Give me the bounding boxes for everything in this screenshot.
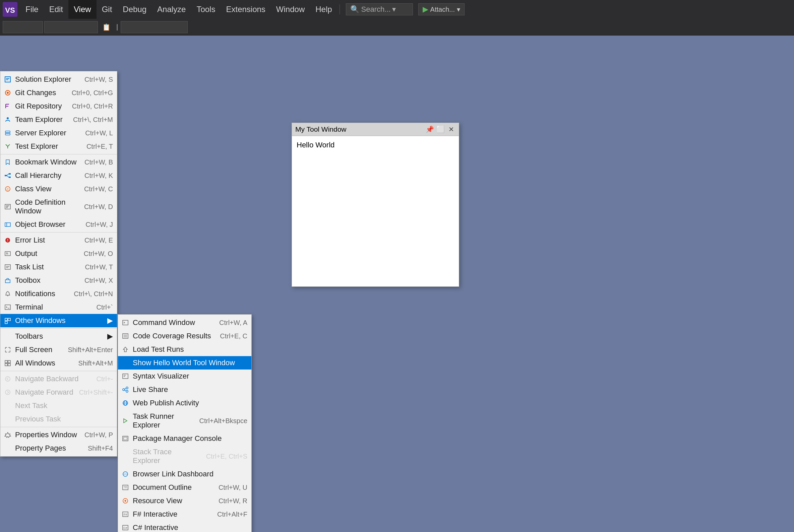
stack-trace-icon	[121, 452, 130, 460]
svg-point-55	[126, 390, 128, 392]
class-view-label: Class View	[15, 185, 79, 193]
menu-item-properties-window[interactable]: Properties Window Ctrl+W, P	[0, 428, 117, 441]
separator-5	[0, 427, 117, 427]
menu-item-all-windows[interactable]: All Windows Shift+Alt+M	[0, 357, 117, 370]
menu-item-notifications[interactable]: Notifications Ctrl+\, Ctrl+N	[0, 287, 117, 301]
menu-file[interactable]: File	[20, 0, 44, 19]
submenu-item-fsharp-interactive[interactable]: F# F# Interactive Ctrl+Alt+F	[118, 508, 252, 521]
svg-rect-36	[5, 318, 7, 321]
submenu-item-csharp-interactive[interactable]: C# C# Interactive	[118, 521, 252, 532]
menu-git[interactable]: Git	[96, 0, 118, 19]
menu-view[interactable]: View	[68, 0, 96, 19]
menu-analyze[interactable]: Analyze	[152, 0, 191, 19]
tool-window-title-text: My Tool Window	[295, 125, 347, 133]
notifications-shortcut: Ctrl+\, Ctrl+N	[74, 290, 113, 298]
menu-item-toolbox[interactable]: Toolbox Ctrl+W, X	[0, 274, 117, 287]
svg-rect-62	[124, 437, 127, 440]
menu-item-class-view[interactable]: C Class View Ctrl+W, C	[0, 182, 117, 196]
server-explorer-icon	[3, 129, 13, 137]
code-coverage-shortcut: Ctrl+E, C	[220, 332, 247, 340]
tool-window-pin-button[interactable]: 📌	[425, 125, 434, 134]
git-changes-icon	[3, 89, 13, 97]
submenu-item-resource-view[interactable]: Resource View Ctrl+W, R	[118, 494, 252, 508]
separator-3	[0, 328, 117, 329]
csharp-interactive-label: C# Interactive	[133, 523, 242, 532]
menu-item-toolbars[interactable]: Toolbars ▶	[0, 330, 117, 343]
menu-item-call-hierarchy[interactable]: Call Hierarchy Ctrl+W, K	[0, 169, 117, 182]
package-manager-icon	[121, 435, 130, 442]
tool-window-close-button[interactable]: ✕	[447, 125, 456, 134]
submenu-item-syntax-visualizer[interactable]: Syntax Visualizer	[118, 369, 252, 383]
menu-item-team-explorer[interactable]: Team Explorer Ctrl+\, Ctrl+M	[0, 113, 117, 126]
terminal-shortcut: Ctrl+`	[96, 304, 113, 311]
solution-config-dropdown[interactable]	[121, 21, 188, 33]
output-icon	[3, 250, 13, 258]
menu-debug[interactable]: Debug	[117, 0, 152, 19]
menu-window[interactable]: Window	[271, 0, 310, 19]
menu-item-object-browser[interactable]: Object Browser Ctrl+W, J	[0, 218, 117, 231]
app-logo: VS	[3, 2, 17, 17]
code-definition-shortcut: Ctrl+W, D	[84, 203, 113, 211]
toolbar-icon-btn[interactable]: 📋	[99, 21, 114, 34]
syntax-visualizer-label: Syntax Visualizer	[133, 372, 242, 381]
search-bar[interactable]: 🔍 Search... ▾	[346, 3, 413, 15]
search-placeholder: Search...	[361, 5, 391, 14]
config-dropdown[interactable]	[3, 21, 43, 33]
submenu-item-stack-trace[interactable]: Stack Trace Explorer Ctrl+E, Ctrl+S	[118, 445, 252, 467]
submenu-item-document-outline[interactable]: Document Outline Ctrl+W, U	[118, 481, 252, 494]
properties-window-shortcut: Ctrl+W, P	[85, 431, 113, 439]
submenu-item-browser-link[interactable]: Browser Link Dashboard	[118, 467, 252, 481]
class-view-shortcut: Ctrl+W, C	[84, 185, 113, 193]
load-test-runs-icon	[121, 345, 130, 354]
git-changes-shortcut: Ctrl+0, Ctrl+G	[72, 89, 113, 97]
menu-item-output[interactable]: Output Ctrl+W, O	[0, 247, 117, 260]
menu-item-code-definition[interactable]: Code Definition Window Ctrl+W, D	[0, 196, 117, 218]
submenu-item-package-manager[interactable]: Package Manager Console	[118, 432, 252, 445]
menu-tools[interactable]: Tools	[191, 0, 221, 19]
menu-item-git-repository[interactable]: Git Repository Ctrl+0, Ctrl+R	[0, 99, 117, 113]
menu-item-navigate-backward[interactable]: Navigate Backward Ctrl+-	[0, 372, 117, 386]
menu-item-server-explorer[interactable]: Server Explorer Ctrl+W, L	[0, 126, 117, 140]
code-coverage-icon	[121, 332, 130, 340]
submenu-item-command-window[interactable]: Command Window Ctrl+W, A	[118, 316, 252, 329]
menu-extensions[interactable]: Extensions	[221, 0, 271, 19]
menu-item-terminal[interactable]: Terminal Ctrl+`	[0, 301, 117, 314]
menu-item-task-list[interactable]: Task List Ctrl+W, T	[0, 260, 117, 274]
submenu-item-code-coverage[interactable]: Code Coverage Results Ctrl+E, C	[118, 329, 252, 343]
svg-line-56	[125, 388, 126, 389]
platform-dropdown[interactable]	[44, 21, 98, 33]
submenu-item-live-share[interactable]: Live Share	[118, 383, 252, 396]
tool-window-maximize-button[interactable]: ⬜	[436, 125, 445, 134]
search-dropdown-icon: ▾	[392, 5, 396, 14]
svg-point-43	[5, 377, 10, 381]
menu-help[interactable]: Help	[310, 0, 337, 19]
error-list-label: Error List	[15, 236, 79, 245]
fsharp-interactive-label: F# Interactive	[133, 510, 212, 519]
call-hierarchy-shortcut: Ctrl+W, K	[85, 172, 113, 179]
menu-item-full-screen[interactable]: Full Screen Shift+Alt+Enter	[0, 343, 117, 357]
menu-item-bookmark-window[interactable]: Bookmark Window Ctrl+W, B	[0, 155, 117, 169]
bookmark-window-icon	[3, 158, 13, 166]
menu-item-other-windows[interactable]: Other Windows ▶	[0, 314, 117, 327]
menu-item-next-task[interactable]: Next Task	[0, 399, 117, 412]
attach-button[interactable]: ▶ Attach... ▾	[418, 3, 464, 15]
menu-item-git-changes[interactable]: Git Changes Ctrl+0, Ctrl+G	[0, 86, 117, 99]
submenu-item-web-publish[interactable]: Web Publish Activity	[118, 396, 252, 410]
menu-item-solution-explorer[interactable]: Solution Explorer Ctrl+W, S	[0, 73, 117, 86]
submenu-item-show-hello-world[interactable]: Show Hello World Tool Window	[118, 356, 252, 369]
svg-rect-4	[6, 79, 8, 80]
svg-rect-9	[5, 133, 10, 135]
menu-edit[interactable]: Edit	[44, 0, 68, 19]
menu-item-previous-task[interactable]: Previous Task	[0, 412, 117, 426]
previous-task-label: Previous Task	[15, 415, 108, 423]
submenu-item-load-test-runs[interactable]: Load Test Runs	[118, 343, 252, 356]
menu-item-error-list[interactable]: ! Error List Ctrl+W, E	[0, 233, 117, 247]
svg-rect-22	[5, 223, 11, 226]
full-screen-icon	[3, 346, 13, 354]
browser-link-label: Browser Link Dashboard	[133, 470, 242, 478]
submenu-item-task-runner[interactable]: Task Runner Explorer Ctrl+Alt+Bkspce	[118, 410, 252, 432]
menu-item-navigate-forward[interactable]: Navigate Forward Ctrl+Shift+-	[0, 386, 117, 399]
menu-item-property-pages[interactable]: Property Pages Shift+F4	[0, 441, 117, 455]
menu-item-test-explorer[interactable]: Test Explorer Ctrl+E, T	[0, 140, 117, 153]
fsharp-interactive-shortcut: Ctrl+Alt+F	[217, 511, 247, 518]
